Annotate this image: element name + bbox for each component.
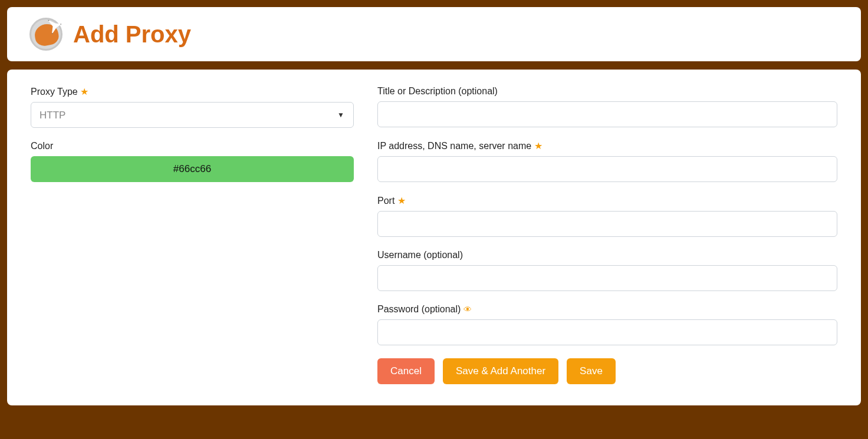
color-swatch-button[interactable]: #66cc66 xyxy=(31,156,354,182)
password-label-text: Password (optional) xyxy=(377,304,461,314)
cancel-button[interactable]: Cancel xyxy=(377,358,435,384)
proxy-type-label: Proxy Type ★ xyxy=(31,86,354,97)
proxy-type-select[interactable]: HTTP xyxy=(31,102,354,128)
title-input[interactable] xyxy=(377,101,837,127)
proxy-type-field: Proxy Type ★ HTTP ▼ xyxy=(31,86,354,128)
header-card: Add Proxy xyxy=(7,7,861,61)
required-star-icon: ★ xyxy=(534,141,542,151)
required-star-icon: ★ xyxy=(80,87,88,97)
title-label: Title or Description (optional) xyxy=(377,86,837,97)
save-button[interactable]: Save xyxy=(567,358,616,384)
color-label: Color xyxy=(31,141,354,151)
password-field: Password (optional) 👁 xyxy=(377,304,837,345)
port-field: Port ★ xyxy=(377,195,837,237)
save-add-another-button[interactable]: Save & Add Another xyxy=(443,358,558,384)
foxyproxy-logo-icon xyxy=(29,18,63,51)
username-field: Username (optional) xyxy=(377,250,837,291)
port-label: Port ★ xyxy=(377,195,837,206)
page-title: Add Proxy xyxy=(73,21,191,48)
port-input[interactable] xyxy=(377,211,837,237)
eye-icon[interactable]: 👁 xyxy=(463,305,472,314)
username-label: Username (optional) xyxy=(377,250,837,260)
right-column: Title or Description (optional) IP addre… xyxy=(377,86,837,384)
proxy-type-select-wrap: HTTP ▼ xyxy=(31,102,354,128)
address-field: IP address, DNS name, server name ★ xyxy=(377,140,837,182)
username-input[interactable] xyxy=(377,265,837,291)
color-value-text: #66cc66 xyxy=(173,163,211,175)
password-label: Password (optional) 👁 xyxy=(377,304,837,315)
color-field: Color #66cc66 xyxy=(31,141,354,182)
required-star-icon: ★ xyxy=(397,196,406,206)
left-column: Proxy Type ★ HTTP ▼ Color #66cc66 xyxy=(31,86,354,384)
button-row: Cancel Save & Add Another Save xyxy=(377,358,837,384)
password-input[interactable] xyxy=(377,319,837,345)
address-label: IP address, DNS name, server name ★ xyxy=(377,140,837,151)
address-label-text: IP address, DNS name, server name xyxy=(377,141,531,151)
proxy-type-label-text: Proxy Type xyxy=(31,87,78,97)
title-field: Title or Description (optional) xyxy=(377,86,837,127)
address-input[interactable] xyxy=(377,156,837,182)
form-card: Proxy Type ★ HTTP ▼ Color #66cc66 Title … xyxy=(7,70,861,405)
port-label-text: Port xyxy=(377,196,394,206)
